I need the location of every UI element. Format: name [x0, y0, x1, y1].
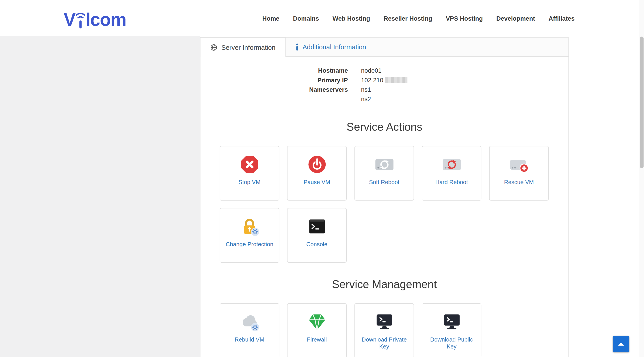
info-row-hostname: Hostname node01: [200, 66, 568, 75]
info-label: Nameservers: [200, 85, 348, 94]
nav-item-vps-hosting[interactable]: VPS Hosting: [446, 15, 483, 22]
card-firewall[interactable]: Firewall: [287, 303, 347, 357]
redacted-ip-segment: [386, 77, 408, 83]
service-management-cards: Rebuild VM Firewall: [220, 303, 549, 357]
scroll-to-top-button[interactable]: [613, 336, 629, 352]
card-label: Change Protection: [226, 241, 274, 248]
card-stop-vm[interactable]: Stop VM: [220, 146, 280, 201]
tab-bar: Server Information Additional Informatio…: [200, 38, 569, 57]
card-pause-vm[interactable]: Pause VM: [287, 146, 347, 201]
card-rescue-vm[interactable]: Rescue VM: [489, 146, 549, 201]
card-hard-reboot[interactable]: Hard Reboot: [422, 146, 481, 201]
tab-label: Server Information: [222, 44, 276, 51]
drive-refresh-red-icon: [442, 155, 462, 174]
power-icon: [307, 155, 327, 174]
info-row-nameservers: Nameservers ns1: [200, 85, 568, 94]
lock-gear-icon: [240, 217, 260, 236]
left-gutter: [0, 36, 200, 357]
monitor-terminal-icon: [374, 312, 394, 332]
info-value: node01: [361, 66, 382, 75]
brand-text-part2: lcom: [86, 11, 126, 29]
nav-item-affiliates[interactable]: Affiliates: [548, 15, 574, 22]
card-label: Console: [306, 241, 328, 248]
card-label: Rebuild VM: [234, 336, 264, 343]
drive-plus-icon: [509, 155, 529, 174]
content-area: Server Information Additional Informatio…: [200, 38, 569, 357]
brand-text-part1: V: [64, 11, 75, 29]
card-download-public-key[interactable]: Download Public Key: [422, 303, 481, 357]
header: V lcom Home Domains Web Hosting Reseller…: [0, 0, 644, 36]
nav-item-reseller-hosting[interactable]: Reseller Hosting: [384, 15, 432, 22]
scrollbar-thumb[interactable]: [640, 37, 644, 168]
shield-gem-icon: [307, 312, 327, 332]
monitor-terminal-icon: [442, 312, 462, 332]
info-label: [200, 94, 348, 104]
card-label: Download Private Key: [358, 336, 410, 350]
info-label: Hostname: [200, 66, 348, 75]
stage: V lcom Home Domains Web Hosting Reseller…: [0, 0, 644, 357]
terminal-icon: [307, 217, 327, 236]
card-label: Stop VM: [238, 179, 260, 186]
wifi-i-icon: [76, 10, 85, 29]
chevron-up-icon: [618, 342, 624, 346]
section-title-service-management: Service Management: [200, 278, 568, 291]
info-value: 102.210.: [361, 75, 408, 85]
nav-item-web-hosting[interactable]: Web Hosting: [332, 15, 370, 22]
card-label: Pause VM: [304, 179, 330, 186]
main-nav: Home Domains Web Hosting Reseller Hostin…: [262, 0, 575, 36]
tab-server-information[interactable]: Server Information: [200, 38, 286, 57]
info-value: ns2: [361, 94, 371, 104]
nav-item-development[interactable]: Development: [496, 15, 535, 22]
info-label: Primary IP: [200, 75, 348, 85]
page: V lcom Home Domains Web Hosting Reseller…: [0, 0, 644, 357]
card-rebuild-vm[interactable]: Rebuild VM: [220, 303, 280, 357]
card-console[interactable]: Console: [287, 208, 347, 263]
nav-item-home[interactable]: Home: [262, 15, 280, 22]
card-download-private-key[interactable]: Download Private Key: [354, 303, 414, 357]
globe-icon: [210, 44, 217, 51]
ip-prefix: 102.210.: [361, 75, 385, 85]
card-change-protection[interactable]: Change Protection: [220, 208, 280, 263]
tab-additional-information[interactable]: Additional Information: [286, 38, 376, 56]
card-label: Download Public Key: [426, 336, 478, 350]
card-label: Soft Reboot: [369, 179, 400, 186]
drive-refresh-icon: [374, 155, 394, 174]
info-icon: [296, 44, 298, 51]
scrollbar-track[interactable]: [638, 0, 644, 357]
card-label: Rescue VM: [504, 179, 534, 186]
info-value: ns1: [361, 85, 371, 94]
card-soft-reboot[interactable]: Soft Reboot: [354, 146, 414, 201]
stop-octagon-icon: [240, 155, 260, 174]
brand-logo[interactable]: V lcom: [64, 8, 126, 29]
tab-label: Additional Information: [302, 43, 366, 51]
nav-item-domains[interactable]: Domains: [293, 15, 319, 22]
cloud-gear-icon: [240, 312, 260, 332]
server-information-panel: Hostname node01 Primary IP 102.210. Name…: [200, 57, 569, 357]
info-row-primary-ip: Primary IP 102.210.: [200, 75, 568, 85]
service-actions-cards: Stop VM Pause VM: [220, 146, 549, 263]
section-title-service-actions: Service Actions: [200, 121, 568, 134]
card-label: Hard Reboot: [436, 179, 468, 186]
card-label: Firewall: [307, 336, 327, 343]
info-row-ns2: ns2: [200, 94, 568, 104]
